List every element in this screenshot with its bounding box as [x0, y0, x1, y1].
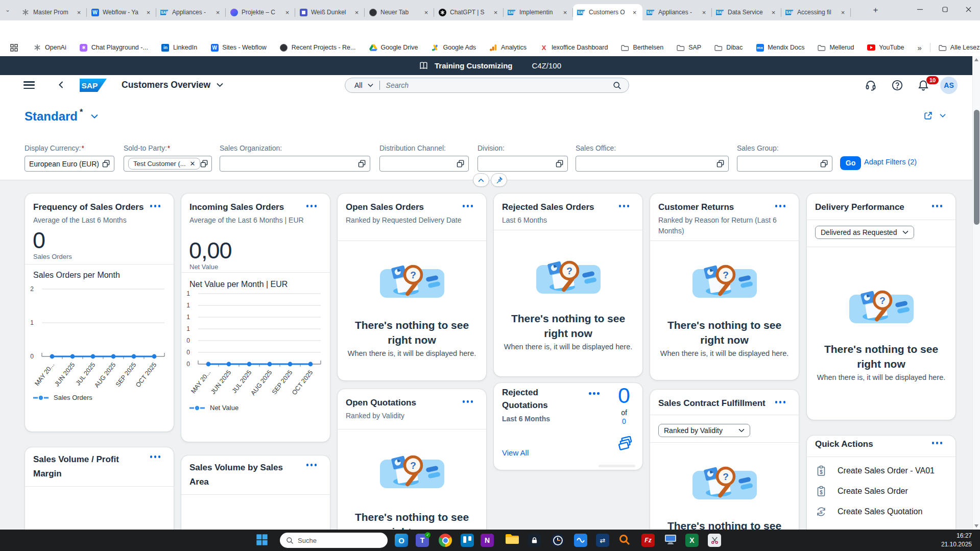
browser-tab-4[interactable]: Projekte – C×	[226, 4, 295, 20]
card-menu-button[interactable]	[150, 205, 161, 207]
card-menu-button[interactable]	[306, 205, 317, 207]
bookmark-7[interactable]: Google Ads	[431, 43, 476, 52]
card-menu-button[interactable]	[619, 205, 630, 207]
taskbar-search[interactable]: Suche	[280, 533, 388, 548]
tab-close-icon[interactable]: ×	[770, 9, 777, 16]
adapt-filters-link[interactable]: Adapt Filters (2)	[864, 158, 917, 166]
taskbar-folder-icon[interactable]	[506, 534, 519, 547]
taskbar-remote-icon[interactable]	[664, 534, 678, 547]
chevron-down-icon[interactable]	[940, 113, 946, 118]
start-button[interactable]	[256, 534, 269, 547]
bookmark-13[interactable]: mxMendix Docs	[756, 43, 804, 52]
share-icon[interactable]	[923, 111, 933, 121]
value-help-icon[interactable]	[358, 160, 366, 167]
taskbar-clock[interactable]: 16:27 21.10.2025	[941, 532, 972, 549]
tab-close-icon[interactable]: ×	[839, 9, 847, 16]
tab-close-icon[interactable]: ×	[145, 9, 152, 16]
tab-close-icon[interactable]: ×	[631, 9, 638, 16]
bookmark-12[interactable]: Dibac	[714, 43, 743, 52]
filter-input[interactable]	[737, 156, 832, 172]
scrollbar-thumb[interactable]	[974, 110, 979, 225]
taskbar-outlook-icon[interactable]: O	[395, 534, 408, 547]
search-scope-select[interactable]: All	[354, 81, 363, 89]
card-menu-button[interactable]	[932, 205, 943, 207]
bookmark-15[interactable]: YouTube	[867, 43, 904, 52]
window-close-button[interactable]	[957, 0, 980, 18]
bookmark-1[interactable]: OpenAi	[33, 43, 66, 52]
tab-close-icon[interactable]: ×	[561, 9, 569, 16]
browser-tab-1[interactable]: Master Prom×	[17, 4, 87, 20]
taskbar-snip-icon[interactable]	[708, 534, 721, 547]
card-horizontal-scrollbar[interactable]	[599, 465, 635, 467]
search-input[interactable]: Search	[386, 81, 409, 89]
support-headset-icon[interactable]	[865, 79, 877, 91]
value-help-icon[interactable]	[200, 160, 208, 167]
scroll-up-arrow[interactable]	[974, 58, 978, 61]
tab-close-icon[interactable]: ×	[422, 9, 430, 16]
card-menu-button[interactable]	[775, 401, 786, 403]
card-menu-button[interactable]	[775, 205, 786, 207]
contract-fulfillment-select[interactable]: Ranked by Validity	[658, 424, 750, 437]
token-remove-icon[interactable]: ✕	[190, 160, 196, 167]
filter-input[interactable]: European Euro (EUR)	[25, 156, 114, 172]
window-minimize-button[interactable]	[908, 0, 931, 18]
card-menu-button[interactable]	[589, 392, 600, 395]
bookmark-4[interactable]: WSites - Webflow	[210, 43, 267, 52]
value-help-icon[interactable]	[457, 160, 464, 167]
browser-tab-10[interactable]: SAPAppliances -×	[642, 4, 712, 20]
avatar[interactable]: AS	[940, 77, 958, 94]
go-button[interactable]: Go	[840, 156, 861, 170]
browser-tab-6[interactable]: Neuer Tab×	[365, 4, 434, 20]
app-title[interactable]: Customers Overview	[122, 80, 223, 90]
quick-action-2[interactable]: $Create Sales Order	[807, 481, 955, 501]
card-menu-button[interactable]	[463, 205, 473, 207]
filter-input[interactable]	[477, 156, 568, 172]
browser-tab-9[interactable]: SAPCustomers O×	[573, 4, 642, 20]
apps-grid-icon[interactable]	[10, 44, 18, 52]
page-scrollbar[interactable]	[972, 56, 980, 530]
taskbar-onenote-icon[interactable]: N	[481, 534, 494, 547]
all-bookmarks-folder[interactable]: Alle Lesezeichen	[939, 43, 980, 52]
pin-header-button[interactable]	[491, 173, 507, 187]
browser-tab-2[interactable]: WWebflow - Ya×	[87, 4, 156, 20]
bookmark-2[interactable]: Chat Playground -...	[80, 43, 148, 52]
filter-input[interactable]: Test Customer (...✕	[124, 156, 212, 172]
bookmark-10[interactable]: Berthelsen	[621, 43, 663, 52]
filter-input[interactable]	[576, 156, 729, 172]
variant-selector[interactable]: Standard*	[25, 109, 98, 124]
browser-tab-11[interactable]: SAPData Service×	[712, 4, 781, 20]
taskbar-teams-icon[interactable]: T✓	[416, 534, 429, 547]
bookmark-3[interactable]: inLinkedIn	[161, 43, 197, 52]
filter-token[interactable]: Test Customer (...✕	[128, 158, 200, 170]
filter-input[interactable]	[379, 156, 469, 172]
value-help-icon[interactable]	[820, 160, 828, 167]
bookmark-8[interactable]: Analytics	[489, 43, 527, 52]
taskbar-excel-icon[interactable]: X	[685, 534, 699, 547]
tab-close-icon[interactable]: ×	[283, 9, 291, 16]
tab-close-icon[interactable]: ×	[75, 9, 83, 16]
card-menu-button[interactable]	[150, 456, 161, 458]
tab-close-icon[interactable]: ×	[353, 9, 361, 16]
browser-tab-3[interactable]: SAPAppliances -×	[156, 4, 226, 20]
browser-tab-8[interactable]: SAPImplementin×	[504, 4, 573, 20]
quick-action-1[interactable]: $Create Sales Order - VA01	[807, 461, 955, 481]
shell-back-button[interactable]	[56, 80, 66, 90]
value-help-icon[interactable]	[102, 160, 110, 167]
taskbar-keepass-icon[interactable]	[528, 534, 541, 547]
search-icon[interactable]	[613, 81, 622, 90]
scroll-down-arrow[interactable]	[974, 524, 978, 528]
bookmark-9[interactable]: Xlexoffice Dashboard	[540, 43, 608, 52]
taskbar-chrome-icon[interactable]	[439, 534, 452, 547]
view-all-link[interactable]: View All	[502, 448, 529, 457]
card-menu-button[interactable]	[463, 400, 473, 403]
quick-action-3[interactable]: $Create Sales Quotation	[807, 501, 955, 522]
sap-logo[interactable]: SAP	[80, 79, 107, 92]
bookmark-6[interactable]: Google Drive	[369, 43, 418, 52]
value-help-icon[interactable]	[556, 160, 563, 167]
taskbar-wave-icon[interactable]	[574, 534, 587, 547]
bookmark-11[interactable]: SAP	[677, 43, 701, 52]
tab-close-icon[interactable]: ×	[214, 9, 222, 16]
card-menu-button[interactable]	[932, 442, 943, 444]
bookmark-5[interactable]: Recent Projects - Re...	[280, 43, 356, 52]
taskbar-teamviewer-icon[interactable]: ⇄	[596, 534, 609, 547]
